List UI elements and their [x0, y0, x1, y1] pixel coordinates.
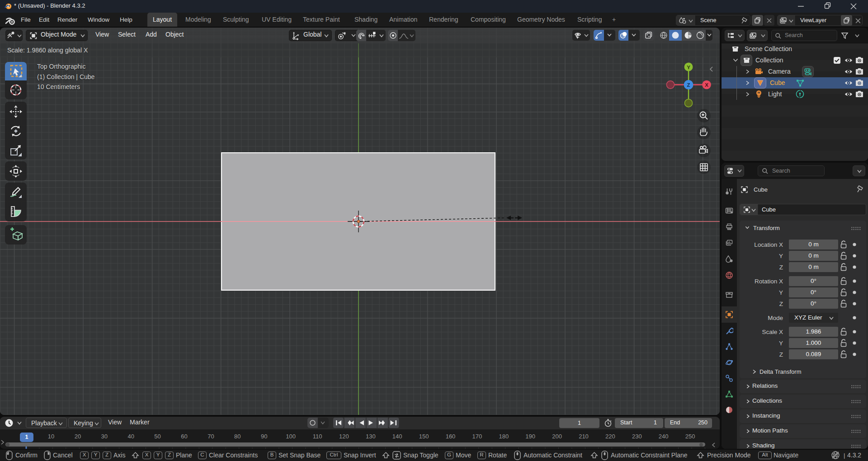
svg-text:X: X [705, 82, 708, 88]
svg-text:|: | [844, 452, 845, 459]
svg-text:Y: Y [687, 65, 690, 70]
svg-text:Z: Z [687, 82, 690, 88]
